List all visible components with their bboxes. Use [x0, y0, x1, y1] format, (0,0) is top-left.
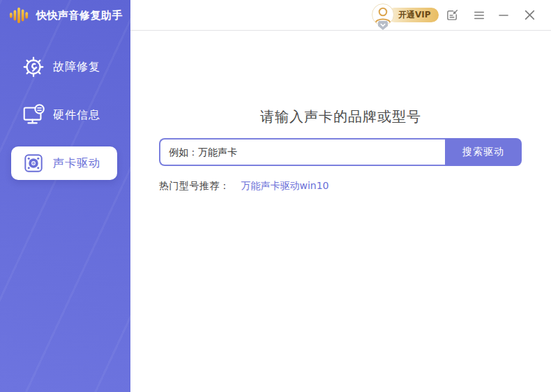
page-title: 请输入声卡的品牌或型号	[130, 107, 551, 126]
hot-models-label: 热门型号推荐：	[159, 180, 230, 193]
close-button[interactable]	[520, 6, 539, 24]
hardware-info-icon	[20, 101, 47, 129]
sidebar-item-fault-repair[interactable]: 故障修复	[11, 50, 117, 84]
sidebar-item-hardware-info[interactable]: 硬件信息	[11, 98, 117, 132]
sound-card-icon	[20, 149, 47, 177]
title-bar: 开通VIP	[130, 0, 551, 31]
feedback-icon[interactable]	[443, 6, 462, 24]
driver-search-bar: 搜索驱动	[159, 138, 522, 166]
minimize-button[interactable]	[494, 6, 513, 24]
sidebar-item-sound-card-driver[interactable]: 声卡驱动	[11, 146, 117, 180]
app-logo-row: 快快声音修复助手	[7, 4, 123, 27]
app-window: 快快声音修复助手 故障修复	[0, 0, 551, 392]
avatar-chevron-down-icon[interactable]	[378, 21, 388, 30]
hot-model-link[interactable]: 万能声卡驱动win10	[241, 180, 329, 193]
main-content: 请输入声卡的品牌或型号 搜索驱动 热门型号推荐： 万能声卡驱动win10	[130, 31, 551, 392]
open-vip-button[interactable]: 开通VIP	[387, 8, 439, 22]
gear-wrench-icon	[20, 53, 47, 81]
app-title: 快快声音修复助手	[36, 9, 123, 22]
sidebar: 快快声音修复助手 故障修复	[0, 0, 130, 392]
menu-icon[interactable]	[469, 6, 488, 24]
audio-waveform-logo-icon	[7, 4, 31, 27]
hot-models-row: 热门型号推荐： 万能声卡驱动win10	[159, 180, 329, 193]
sound-card-search-input[interactable]	[159, 138, 445, 166]
sidebar-item-label: 故障修复	[53, 60, 100, 75]
sidebar-item-label: 声卡驱动	[53, 156, 100, 171]
search-driver-button[interactable]: 搜索驱动	[445, 138, 522, 166]
sidebar-item-label: 硬件信息	[53, 108, 100, 123]
